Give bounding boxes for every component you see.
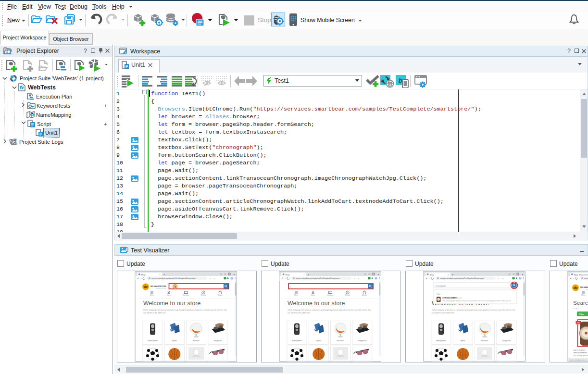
svg-text:Shop: Shop (430, 274, 434, 276)
svg-text:+: + (163, 273, 165, 276)
svg-text:Log in: Log in (311, 294, 315, 296)
svg-text:Sunglasses: Sunglasses (502, 340, 511, 342)
svg-text:Furniture: Furniture (337, 340, 344, 342)
svg-text:Basket: Basket (218, 294, 223, 296)
svg-text:☆: ☆ (358, 277, 360, 280)
svg-text:SmartBear is better: SmartBear is better (586, 289, 588, 290)
svg-text:MY-SMARTSTORE: MY-SMARTSTORE (150, 286, 166, 287)
svg-text:Mobile phone: Mobile phone (148, 340, 157, 342)
svg-text:⭡: ⭡ (210, 277, 211, 280)
svg-text:Mobile phone: Mobile phone (436, 340, 446, 342)
svg-text:+: + (452, 273, 453, 276)
svg-text:can edit this in the admin sit: can edit this in the admin site. (143, 312, 166, 314)
svg-text:×: × (378, 273, 379, 276)
svg-text:×: × (448, 274, 449, 276)
svg-text:Online shopping is the process: Online shopping is the process consumers… (432, 309, 515, 311)
svg-text:MY-SMARTSTORE: MY-SMARTSTORE (580, 287, 588, 288)
svg-text:Online shopping is the process: Online shopping is the process consumers… (288, 309, 371, 311)
svg-text:Compare: Compare (327, 294, 333, 296)
svg-text:3: 3 (375, 277, 376, 279)
svg-text:+: + (308, 273, 309, 276)
svg-text:×: × (522, 273, 524, 276)
svg-text:services.smartbear.com/...[t..: services.smartbear.com/...[t... (569, 359, 588, 361)
svg-text:can edit this in the admin sit: can edit this in the admin site. (288, 312, 310, 314)
svg-text:WATCH BRANDS: WATCH BRANDS (573, 349, 586, 351)
svg-text:-5%: -5% (576, 322, 580, 324)
svg-text:Compare: Compare (183, 294, 189, 296)
svg-text:Sunglasses: Sunglasses (358, 340, 367, 342)
svg-text:services.smartbear.com/samples: services.smartbear.com/samples/TestCompl… (151, 277, 196, 279)
svg-text:3: 3 (231, 277, 232, 279)
svg-text:⭡: ⭡ (498, 277, 499, 280)
svg-text:1-1 of 1: 1-1 of 1 (573, 308, 579, 310)
svg-text:The Chronograph interprets the: The Chronograph interprets the factual a… (442, 300, 512, 302)
svg-text:Menu: Menu (150, 294, 154, 296)
svg-text:chronograph: chronograph (436, 285, 446, 287)
svg-text:Log in: Log in (167, 294, 171, 296)
svg-text:CHRONOGRAPH...: CHRONOGRAPH... (573, 352, 588, 354)
svg-text:⭡: ⭡ (354, 277, 355, 280)
svg-text:☆: ☆ (213, 277, 215, 280)
svg-text:Wishlist: Wishlist (345, 294, 350, 296)
svg-text:Online shopping is the process: Online shopping is the process consumers… (143, 309, 227, 311)
svg-text:☆: ☆ (502, 277, 504, 280)
svg-text:services.smartbear.com/samples: services.smartbear.com/samples/TestCompl… (584, 277, 588, 279)
svg-text:b: b (399, 76, 402, 84)
svg-text:Welcome to our store: Welcome to our store (143, 300, 201, 307)
svg-text:×: × (159, 274, 161, 276)
svg-text:Shop. Search result for: Shop. Search result for (574, 274, 588, 276)
svg-text:×: × (303, 274, 305, 276)
svg-text:Furniture: Furniture (193, 340, 200, 342)
svg-text:Filter: Filter (579, 313, 584, 315)
svg-text:Mobile phone: Mobile phone (292, 340, 301, 342)
svg-text:Furniture: Furniture (481, 340, 488, 342)
svg-text:CHRONOGRAPH watch: CHRONOGRAPH watch (442, 297, 462, 299)
svg-text:Hits: Hits (437, 293, 441, 296)
svg-text:services.smartbear.com/samples: services.smartbear.com/samples/TestCompl… (440, 277, 484, 279)
svg-text:The Chronograph inter...: The Chronograph inter... (573, 355, 588, 357)
svg-text:Menu: Menu (294, 294, 298, 296)
svg-text:Welcome to our store: Welcome to our store (288, 300, 345, 307)
svg-text:Shop: Shop (141, 274, 146, 276)
svg-text:Sports: Sports (461, 340, 465, 342)
svg-text:SmartBear is better: SmartBear is better (156, 288, 166, 289)
svg-text:3: 3 (520, 277, 521, 279)
svg-text:Sports: Sports (316, 340, 321, 342)
svg-text:Search r: Search r (573, 299, 588, 306)
svg-text:services.smartbear.com/samples: services.smartbear.com/samples/TestCompl… (296, 277, 340, 279)
svg-text:Sports: Sports (172, 340, 177, 342)
svg-text:Sunglasses: Sunglasses (214, 340, 223, 342)
svg-text:Wishlist: Wishlist (201, 294, 206, 296)
svg-text:c: c (290, 286, 291, 288)
svg-text:Menu: Menu (581, 294, 585, 296)
svg-text:Shop: Shop (286, 274, 290, 276)
svg-text:can edit this in the admin sit: can edit this in the admin site. (432, 312, 454, 314)
svg-text:Basket: Basket (362, 294, 367, 296)
svg-text:×: × (234, 273, 235, 276)
